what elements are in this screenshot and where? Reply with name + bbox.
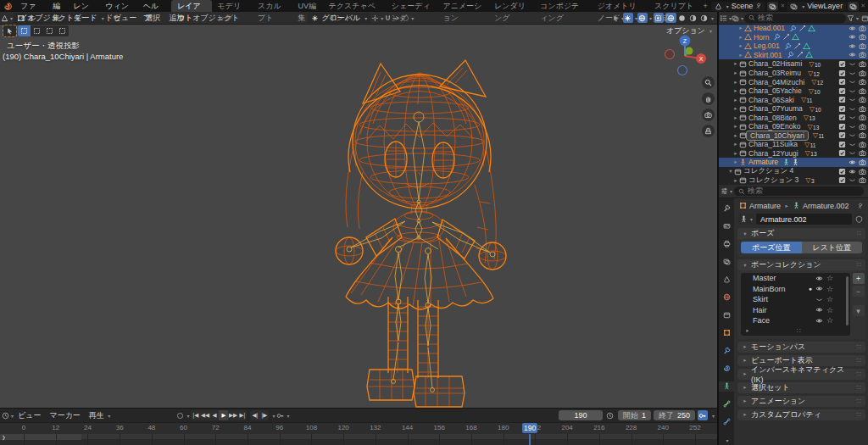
shading-rendered-icon[interactable]: [698, 13, 709, 23]
prev-keyframe-button[interactable]: ◀◀: [200, 410, 209, 420]
unlink-scene-icon[interactable]: ✕: [780, 3, 785, 9]
bone-collection-row-Face[interactable]: Face ☆: [741, 315, 850, 326]
show-overlays-icon[interactable]: [637, 13, 648, 23]
camera-view-icon[interactable]: [702, 108, 715, 121]
outliner-row-Chara_12Yuugi[interactable]: ▸Chara_12Yuugi▽13: [719, 149, 868, 159]
channel-expand-icon[interactable]: ❯: [2, 435, 6, 440]
workspace-tab-2[interactable]: スカルプト: [252, 0, 292, 12]
star-icon[interactable]: ☆: [826, 306, 833, 314]
expand-icon[interactable]: ▸: [732, 177, 739, 184]
properties-tab-collection-icon[interactable]: [719, 309, 734, 320]
scene-selector[interactable]: ▾ Scene: [711, 2, 766, 11]
shading-material-icon[interactable]: [687, 13, 698, 23]
datablock-selector[interactable]: ▾: [738, 214, 754, 225]
editor-type-outliner-icon[interactable]: ▾: [721, 13, 731, 23]
timeline-menu-2[interactable]: 再生 ▾: [85, 410, 115, 421]
add-bone-collection-button[interactable]: ＋: [853, 273, 865, 284]
expand-icon[interactable]: ▸: [732, 132, 739, 139]
play-button[interactable]: ▶: [219, 410, 228, 420]
topbar-menu-3[interactable]: ウィンドウ: [100, 0, 137, 12]
outliner-row-コレクション 3[interactable]: ▸コレクション 3▽3: [719, 175, 868, 185]
properties-tab-world-icon[interactable]: [719, 292, 734, 302]
collapse-icon[interactable]: ▾: [727, 168, 734, 175]
new-scene-button[interactable]: [767, 2, 778, 11]
properties-tab-view-layer-icon[interactable]: [719, 256, 734, 266]
panel-grip-icon[interactable]: ∷: [857, 343, 861, 351]
next-keyframe-button[interactable]: ▶▶: [228, 410, 237, 420]
star-icon[interactable]: ☆: [826, 316, 833, 325]
timeline-menu-1[interactable]: マーカー: [45, 410, 84, 421]
topbar-menu-0[interactable]: ファイル: [15, 0, 47, 12]
rest-position-button[interactable]: レスト位置: [802, 242, 863, 253]
tweak-tool-button[interactable]: [3, 25, 16, 36]
filter-expand-icon[interactable]: ▸: [744, 327, 751, 334]
outliner-row-Chara_07Yuuma[interactable]: ▸Chara_07Yuuma▽10: [719, 104, 868, 114]
outliner-row-Chara_04Mizuchi[interactable]: ▸Chara_04Mizuchi▽12: [719, 77, 868, 86]
workspace-tab-0[interactable]: レイアウト: [171, 0, 211, 12]
properties-tab-physics-icon[interactable]: [719, 364, 734, 374]
outliner-row-Leg.001[interactable]: ▸Leg.001: [719, 42, 868, 51]
properties-tab-tool-icon[interactable]: [719, 203, 734, 213]
workspace-tab-7[interactable]: レンダリング: [488, 0, 534, 12]
add-workspace-button[interactable]: +: [700, 0, 711, 12]
new-view-layer-button[interactable]: [848, 2, 859, 11]
panel-grip-icon[interactable]: ∷: [857, 230, 861, 237]
outliner-row-Skirt.001[interactable]: ▸Skirt.001: [719, 51, 868, 60]
current-frame-field[interactable]: 190: [559, 410, 603, 420]
frame-forward-button[interactable]: |▶: [259, 410, 269, 420]
filter-icon[interactable]: ▾: [848, 13, 858, 23]
expand-icon[interactable]: ▸: [732, 159, 739, 165]
expand-icon[interactable]: ▸: [732, 79, 739, 86]
workspace-tab-5[interactable]: シェーディング: [386, 0, 437, 12]
3d-viewport[interactable]: ユーザー・透視投影 (190) Chara_10Chiyari | Armatu…: [0, 24, 717, 408]
expand-icon[interactable]: ▸: [732, 114, 739, 121]
frame-back-button[interactable]: ◀|: [250, 410, 259, 420]
editor-type-properties-icon[interactable]: ▾: [721, 186, 732, 197]
outliner-row-Head.001[interactable]: ▸Head.001: [719, 24, 868, 33]
timeline-ruler[interactable]: 190 012243648607284961081201321441561681…: [0, 422, 717, 434]
panel-grip-icon[interactable]: ∷: [857, 398, 861, 405]
pose-position-button[interactable]: ポーズ位置: [741, 242, 802, 253]
expand-icon[interactable]: ▸: [732, 87, 739, 94]
expand-icon[interactable]: ▸: [737, 34, 744, 41]
outliner-display-mode-icon[interactable]: ▾: [732, 13, 743, 23]
outliner-row-Chara_08Biten[interactable]: ▸Chara_08Biten▽13: [719, 113, 868, 122]
keyframe-insert-icon[interactable]: [698, 410, 708, 420]
expand-icon[interactable]: ▸: [732, 123, 739, 130]
star-icon[interactable]: ☆: [826, 274, 833, 282]
outliner[interactable]: ▸Head.001▸Horn▸Leg.001▸Skirt.001▸Chara_0…: [719, 24, 868, 185]
star-icon[interactable]: ☆: [826, 285, 833, 293]
properties-tab-data-icon[interactable]: [719, 381, 734, 392]
properties-tab-bone-icon[interactable]: [719, 399, 734, 409]
collapsed-panel-5[interactable]: ▸ カスタムプロパティ ∷: [737, 409, 865, 420]
outliner-row-Chara_06Saki[interactable]: ▸Chara_06Saki▽11: [719, 95, 868, 104]
shading-solid-icon[interactable]: [676, 13, 687, 23]
select-box-intersect-button[interactable]: [56, 25, 69, 36]
bone-collection-row-MainBorn[interactable]: MainBorn ● ☆: [741, 284, 850, 295]
expand-icon[interactable]: ▸: [737, 52, 744, 58]
pose-panel-header[interactable]: ▾ ポーズ ∷: [737, 228, 865, 239]
expand-icon[interactable]: ▸: [732, 141, 739, 147]
keying-set-icon[interactable]: [275, 410, 285, 420]
panel-grip-icon[interactable]: ∷: [857, 384, 861, 392]
outliner-row-Chara_03Reimu[interactable]: ▸Chara_03Reimu▽12: [719, 69, 868, 78]
expand-icon[interactable]: ▸: [732, 70, 739, 76]
new-collection-icon[interactable]: [860, 13, 868, 23]
expand-icon[interactable]: ▸: [732, 97, 739, 103]
outliner-row-Horn[interactable]: ▸Horn: [719, 33, 868, 42]
select-box-new-button[interactable]: [18, 25, 31, 36]
fake-user-button[interactable]: [854, 214, 865, 225]
properties-tab-constraints-icon[interactable]: [719, 346, 734, 356]
collapsed-panel-2[interactable]: ▸ インバースキネマティクス (IK) ∷: [737, 369, 865, 380]
workspace-tab-4[interactable]: テクスチャペイント: [323, 0, 386, 12]
jump-to-end-button[interactable]: ▶|: [237, 410, 247, 420]
topbar-menu-4[interactable]: ヘルプ: [138, 0, 164, 12]
panel-grip-icon[interactable]: ∷: [857, 261, 861, 269]
bone-collection-specials-button[interactable]: ▾: [853, 305, 865, 316]
bone-collections-list[interactable]: Master ☆MainBorn ● ☆Skirt ☆Hair ☆Face ☆ …: [741, 273, 850, 336]
bone-collection-row-Hair[interactable]: Hair ☆: [741, 305, 850, 316]
navigation-gizmo[interactable]: Z X: [661, 31, 709, 78]
outliner-row-Chara_02Hisami[interactable]: ▸Chara_02Hisami▽10: [719, 59, 868, 69]
breadcrumb-object[interactable]: Armature: [749, 202, 781, 210]
frame-end-field[interactable]: 終了 250: [654, 410, 695, 420]
